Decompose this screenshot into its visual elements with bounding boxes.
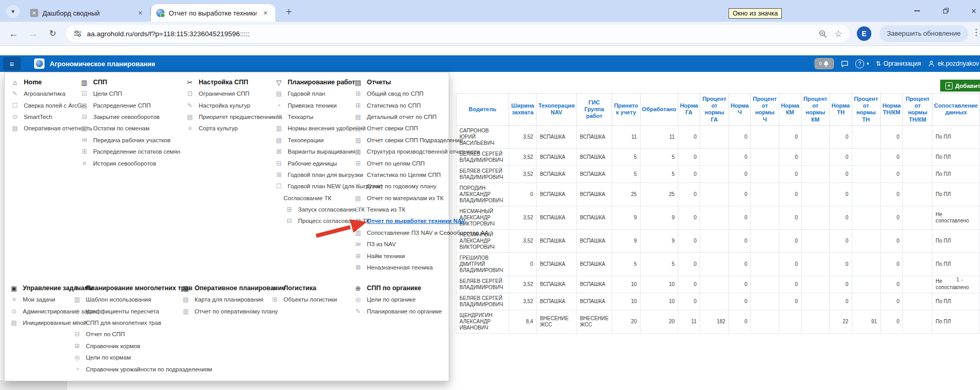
menu-item[interactable]: ◔ Статистика по Целям СПП [354, 169, 488, 181]
menu-item[interactable]: ⊟ Закрытие севооборотов [80, 111, 181, 123]
menu-item[interactable]: ◔ Справочник урожайности по подразделени… [73, 363, 212, 374]
table-row[interactable]: ЩЕНДРИГИН АЛЕКСАНДР ИВАНОВИЧ8,4ВНЕСЕНИЕ … [456, 310, 980, 333]
tab-dashboard[interactable]: ✕ Дашборд сводный ✕ [25, 4, 150, 22]
menu-item[interactable]: ≡ История севооборотов [80, 157, 181, 169]
column-header[interactable]: Процент от нормы ТН [852, 94, 880, 126]
add-norm-button[interactable]: + Добавить норму [940, 80, 980, 92]
menu-item[interactable]: ≡ СПП для многолетних трав [73, 317, 212, 328]
menu-item[interactable]: ◎ Цели по органике [354, 294, 442, 305]
menu-item[interactable]: ⊠ Неназначенная техника [354, 262, 488, 273]
user-menu[interactable]: ek.pozdnyakov [928, 60, 979, 67]
tab-search-button[interactable]: ▾ [6, 5, 20, 18]
menu-item[interactable]: ⊟ Отчет по выработке техники NAV [354, 215, 488, 227]
table-row[interactable]: САПРОНОВ ЮРИЙ ВАСИЛЬЕВИЧ3,52ВСПАШКАВСПАШ… [456, 125, 980, 148]
column-header[interactable]: Техоперация NAV [537, 94, 576, 126]
menu-item[interactable]: ▥ Сопоставление ПЗ NAV и Севооборотов АА [354, 227, 488, 238]
table-row[interactable]: НЕСМАЧНЫЙ АЛЕКСАНДР ВИКТОРОВИЧ3,52ВСПАШК… [456, 206, 980, 229]
menu-item[interactable]: ▤ Карта для планирования [182, 294, 286, 305]
forward-button[interactable]: → [26, 27, 40, 40]
hamburger-menu-button[interactable]: ≡ [3, 57, 21, 70]
logistics-icon: ≡ [271, 284, 279, 292]
menu-section-header[interactable]: ≡ Логистика [271, 282, 337, 294]
menu-item[interactable]: ▤ Отчет по материалам из ТК [354, 192, 488, 204]
menu-item[interactable]: ⊞ Отчет по целям СПП [354, 157, 488, 169]
column-header[interactable]: Процент от нормы КМ [801, 94, 829, 126]
menu-item[interactable]: ▤ Приоритет предшественников [186, 111, 282, 123]
help-menu[interactable]: ? ▾ [855, 59, 869, 68]
menu-section-header[interactable]: ⊕ СПП по органике [354, 282, 442, 294]
menu-item[interactable]: ⊟ Отчет по СПП [73, 328, 212, 340]
menu-item[interactable]: ▤ Распределение СПП [80, 99, 181, 111]
menu-item[interactable]: ▦ Структура производственной отчетности [354, 146, 488, 157]
menu-section-header[interactable]: ▤ Отчеты [354, 77, 488, 88]
site-settings-icon[interactable] [73, 29, 82, 38]
menu-item[interactable]: ⊞ Общий свод по СПП [354, 88, 488, 99]
menu-item[interactable]: ✎ Настройка культур [186, 99, 282, 111]
menu-item[interactable]: ⊟ Техника из ТК [354, 204, 488, 215]
menu-item[interactable]: ⊞ Статистика по СПП [354, 99, 488, 111]
window-restore-button[interactable] [936, 5, 956, 17]
column-header[interactable]: Ширина захвата [509, 94, 536, 126]
menu-item[interactable]: ▦ Остатки по семенам [80, 123, 181, 134]
back-button[interactable]: ← [6, 27, 21, 40]
column-header[interactable]: Обработано [640, 94, 678, 126]
menu-item[interactable]: ▥ Отчет по оперативному плану [182, 305, 286, 317]
url-text[interactable]: aa.agrohold.ru/ords/f?p=118:115:32360452… [87, 30, 819, 38]
column-header[interactable]: Сопоставление данных [932, 94, 980, 126]
menu-item[interactable]: ⊞ Справочник кормов [73, 340, 212, 352]
menu-item[interactable]: ⊞ Объекты логистики [271, 294, 337, 305]
menu-item[interactable]: ⊞ Отчет по годовому плану [354, 181, 488, 192]
menu-item[interactable]: ☑ Цели СПП [80, 88, 181, 99]
menu-item[interactable]: ✎ Планирование по органике [354, 305, 442, 317]
tab-close-icon[interactable]: ✕ [261, 8, 270, 18]
column-header[interactable]: Процент от нормы ТН/КМ [903, 94, 932, 126]
menu-item[interactable]: ⊞ Найм техники [354, 250, 488, 261]
notifications-button[interactable]: 0 [814, 58, 834, 69]
column-header[interactable]: Норма Ч [729, 94, 750, 126]
column-header[interactable]: Процент от нормы ГА [700, 94, 729, 126]
table-row[interactable]: БЕЛЯЕВ СЕРГЕЙ ВЛАДИМИРОВИЧ3,52ВСПАШКАВСП… [456, 148, 980, 166]
menu-item[interactable]: ▤ Отчет сверки СПП [354, 123, 488, 134]
menu-section-header[interactable]: ▥ СПП [80, 77, 181, 88]
column-header[interactable]: ГИС Группа работ [576, 94, 612, 126]
menu-section-header[interactable]: ▦ Оперативное планирование [182, 282, 286, 294]
window-minimize-button[interactable] [907, 5, 927, 17]
menu-item[interactable]: ▤ Детальный отчет по СПП [354, 111, 488, 123]
address-bar[interactable]: aa.agrohold.ru/ords/f?p=118:115:32360452… [66, 25, 850, 42]
menu-item[interactable]: ✉ Передача рабочих участков [80, 134, 181, 146]
table-row[interactable]: ГРЕШИЛОВ ДМИТРИЙ ВЛАДИМИРОВИЧ0ВСПАШКАВСП… [456, 252, 980, 276]
window-close-button[interactable]: ✕ [963, 5, 980, 17]
table-cell [751, 148, 779, 166]
pagination[interactable]: 1 - [956, 276, 963, 282]
finish-update-button[interactable]: Завершить обновление [880, 25, 968, 42]
browser-menu-icon[interactable]: ⋮ [972, 27, 980, 38]
menu-item-label: Настройка культур [199, 102, 250, 109]
zoom-icon[interactable] [819, 29, 827, 38]
menu-item[interactable]: ⊡ Ограничения СПП [186, 88, 282, 99]
column-header[interactable]: Норма КМ [779, 94, 801, 126]
bookmark-star-icon[interactable]: ☆ [835, 28, 842, 39]
column-header[interactable]: Норма ТН/КМ [880, 94, 903, 126]
table-row[interactable]: БЕЛЯЕВ СЕРГЕЙ ВЛАДИМИРОВИЧ3,52ВСПАШКАВСП… [456, 166, 980, 183]
table-row[interactable]: БЕЛЯЕВ СЕРГЕЙ ВЛАДИМИРОВИЧ3,52ВСПАШКАВСП… [456, 293, 980, 310]
menu-item[interactable]: ⊞ Распределение остатков семян [80, 146, 181, 157]
menu-item[interactable]: ≡ Сорта культур [186, 123, 282, 134]
column-header[interactable]: Процент от нормы Ч [751, 94, 779, 126]
column-header[interactable]: Норма ГА [678, 94, 700, 126]
table-row[interactable]: НЕСМАЧНЫЙ АЛЕКСАНДР ВИКТОРОВИЧ3,52ВСПАШК… [456, 229, 980, 252]
menu-item[interactable]: ◎ Цели по кормам [73, 352, 212, 363]
chat-icon[interactable] [841, 60, 849, 68]
organization-button[interactable]: ⇅ Организация [876, 60, 921, 67]
menu-section-header[interactable]: ✂ Настройка СПП [186, 77, 282, 88]
reload-button[interactable]: ↻ [46, 27, 60, 40]
tab-close-icon[interactable]: ✕ [136, 8, 145, 18]
new-tab-button[interactable]: ＋ [282, 5, 295, 18]
avatar[interactable]: E [857, 26, 871, 41]
column-header[interactable]: Норма ТН [829, 94, 852, 126]
tab-report-active[interactable]: Отчет по выработке техники N ✕ [151, 4, 275, 22]
table-row[interactable]: БЕЛЯЕВ СЕРГЕЙ ВЛАДИМИРОВИЧ3,52ВСПАШКАВСП… [456, 276, 980, 293]
menu-item[interactable]: ▥ Отчет сверки СПП Подразделения [354, 134, 488, 146]
table-row[interactable]: ПОРОДИН АЛЕКСАНДР ВЛАДИМИРОВИЧ0ВСПАШКАВС… [456, 183, 980, 206]
column-header[interactable]: Принято к учету [612, 94, 640, 126]
menu-item[interactable]: ≫ ПЗ из NAV [354, 238, 488, 250]
